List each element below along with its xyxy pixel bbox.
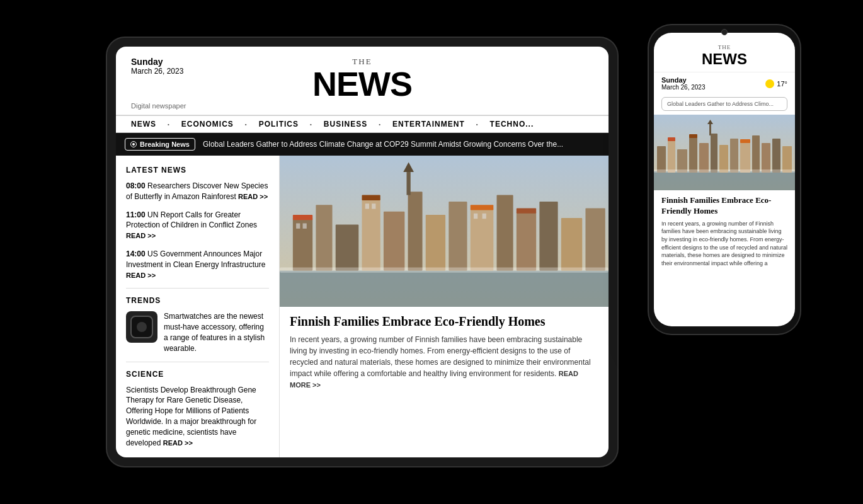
svg-rect-46 <box>668 137 675 141</box>
svg-rect-36 <box>711 134 717 173</box>
read-link-2[interactable]: READ >> <box>126 232 156 239</box>
science-read-link[interactable]: READ >> <box>163 439 193 447</box>
news-item-2: 11:00 UN Report Calls for Greater Protec… <box>126 210 269 241</box>
svg-rect-30 <box>654 171 795 190</box>
svg-rect-35 <box>699 143 709 173</box>
tablet-date: March 26, 2023 <box>131 67 183 76</box>
left-sidebar: LATEST NEWS 08:00 Researchers Discover N… <box>116 156 280 457</box>
nav-item-entertainment[interactable]: ENTERTAINMENT <box>392 120 465 129</box>
nav-item-economics[interactable]: ECONOMICS <box>181 120 234 129</box>
divider-2 <box>126 362 269 362</box>
svg-rect-22 <box>296 223 300 228</box>
trend-item-1: Smartwatches are the newest must-have ac… <box>126 311 269 353</box>
phone-screen: THE NEWS Sunday March 26, 2023 17° Globa… <box>654 33 795 326</box>
svg-rect-18 <box>293 215 312 220</box>
svg-rect-11 <box>497 195 513 271</box>
tablet-date-section: Sunday March 26, 2023 <box>131 57 183 76</box>
article-title: Finnish Families Embrace Eco-Friendly Ho… <box>290 314 598 329</box>
svg-rect-39 <box>719 145 728 173</box>
svg-rect-49 <box>654 169 795 173</box>
latest-news-title: LATEST NEWS <box>126 166 269 175</box>
nav-item-news[interactable]: NEWS <box>131 120 156 129</box>
news-time-2: 11:00 <box>126 210 146 219</box>
nav-item-business[interactable]: BUSINESS <box>324 120 367 129</box>
nav-dot-3: • <box>310 122 312 127</box>
tablet-screen: Sunday March 26, 2023 THE NEWS Digital n… <box>116 47 609 457</box>
article-body: In recent years, a growing number of Fin… <box>290 334 598 391</box>
radio-icon <box>130 141 137 147</box>
tablet-device: Sunday March 26, 2023 THE NEWS Digital n… <box>107 38 617 466</box>
news-time-1: 08:00 <box>126 181 146 190</box>
svg-rect-37 <box>709 124 711 135</box>
trends-section: Trends Smartwatches are the newest must-… <box>126 296 269 353</box>
main-content-area: LATEST NEWS 08:00 Researchers Discover N… <box>116 156 609 457</box>
nav-dot-1: • <box>168 122 170 127</box>
svg-rect-5 <box>362 198 380 271</box>
svg-rect-8 <box>426 215 445 271</box>
nav-dot-5: • <box>476 122 479 127</box>
science-text: Scientists Develop Breakthrough Gene The… <box>126 385 269 449</box>
nav-item-tech[interactable]: TECHNO... <box>490 120 534 129</box>
breaking-text: Global Leaders Gather to Address Climate… <box>203 140 563 149</box>
svg-rect-31 <box>657 146 666 173</box>
svg-rect-41 <box>740 142 750 173</box>
svg-rect-28 <box>280 267 609 272</box>
phone-article-body: In recent years, a growing number of Fin… <box>661 220 787 268</box>
phone-article-section: Finnish Families Embrace Eco-Friendly Ho… <box>654 190 795 272</box>
read-link-1[interactable]: READ >> <box>238 193 268 200</box>
main-article-image <box>280 156 609 307</box>
svg-rect-4 <box>336 225 359 271</box>
divider-1 <box>126 288 269 289</box>
newspaper-subtitle: Digital newspaper <box>131 102 186 110</box>
read-link-3[interactable]: READ >> <box>126 272 156 279</box>
svg-rect-32 <box>668 140 675 173</box>
phone-city-illustration <box>654 115 795 190</box>
news-time-3: 14:00 <box>126 249 146 258</box>
watch-image <box>126 311 157 343</box>
svg-rect-19 <box>362 195 380 200</box>
article-preview: Finnish Families Embrace Eco-Friendly Ho… <box>280 307 609 398</box>
svg-rect-20 <box>471 205 494 210</box>
nav-bar: NEWS • ECONOMICS • POLITICS • BUSINESS •… <box>116 115 609 133</box>
svg-rect-15 <box>585 208 605 270</box>
phone-title: NEWS <box>663 50 786 68</box>
city-illustration <box>280 156 609 307</box>
phone-breaking-input[interactable]: Global Leaders Gather to Address Climo..… <box>661 97 787 111</box>
phone-date-row: Sunday March 26, 2023 17° <box>654 72 795 93</box>
nav-item-politics[interactable]: POLITICS <box>259 120 299 129</box>
phone-date-section: Sunday March 26, 2023 <box>661 76 706 91</box>
svg-rect-9 <box>449 202 467 271</box>
phone-header: THE NEWS <box>654 33 795 72</box>
phone-date: March 26, 2023 <box>661 84 706 91</box>
svg-rect-3 <box>316 205 332 270</box>
science-title: Science <box>126 370 269 379</box>
phone-the-label: THE <box>663 44 786 50</box>
phone-camera <box>721 29 728 35</box>
trends-title: Trends <box>126 296 269 305</box>
svg-rect-34 <box>689 137 697 173</box>
svg-rect-6 <box>384 212 404 271</box>
breaking-label: Breaking News <box>140 140 190 148</box>
news-text-3: US Government Announces Major Investment… <box>126 249 265 269</box>
news-item-1: 08:00 Researchers Discover New Species o… <box>126 181 269 202</box>
news-item-3: 14:00 US Government Announces Major Inve… <box>126 249 269 280</box>
svg-rect-14 <box>561 218 582 271</box>
watch-face <box>130 316 153 338</box>
center-content: Finnish Families Embrace Eco-Friendly Ho… <box>280 156 609 457</box>
svg-rect-13 <box>539 202 557 271</box>
nav-dot-4: • <box>379 122 381 127</box>
svg-rect-24 <box>365 203 369 209</box>
svg-rect-7 <box>408 192 423 270</box>
svg-rect-26 <box>474 214 477 219</box>
sun-icon <box>765 79 774 88</box>
nav-dot-2: • <box>245 122 248 127</box>
breaking-badge: Breaking News <box>125 138 195 151</box>
svg-rect-44 <box>772 139 780 173</box>
svg-rect-25 <box>372 203 375 209</box>
svg-rect-21 <box>517 208 536 213</box>
news-text-2: UN Report Calls for Greater Protection o… <box>126 210 257 230</box>
svg-rect-23 <box>303 223 307 228</box>
trend-text: Smartwatches are the newest must-have ac… <box>164 311 269 353</box>
svg-rect-12 <box>517 212 536 271</box>
svg-rect-45 <box>782 146 792 173</box>
